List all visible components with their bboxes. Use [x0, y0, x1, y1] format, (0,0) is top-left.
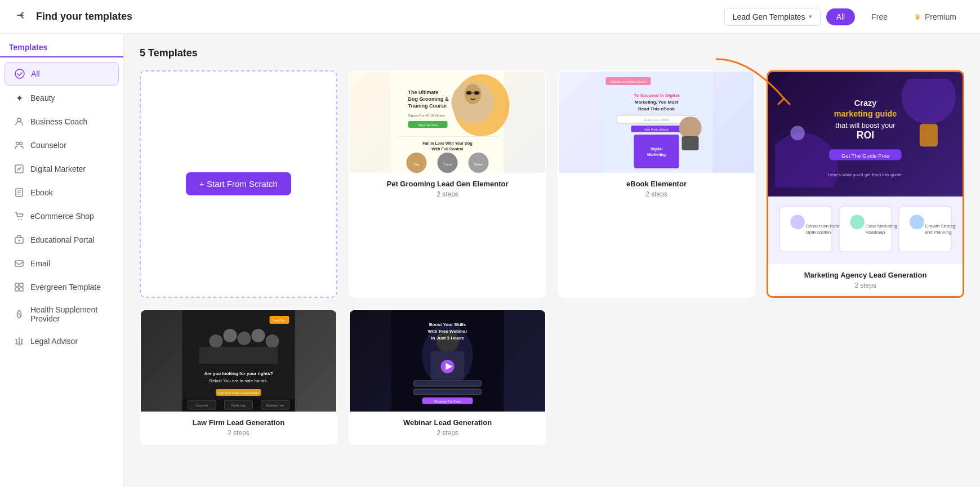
- svg-text:To Succeed In Digital: To Succeed In Digital: [634, 93, 679, 98]
- svg-rect-68: [839, 207, 892, 252]
- svg-text:Clear Marketing: Clear Marketing: [866, 224, 898, 229]
- svg-text:Crazy: Crazy: [854, 99, 876, 108]
- svg-point-70: [790, 215, 805, 229]
- svg-text:Relax! You are in safe hands.: Relax! You are in safe hands.: [209, 378, 268, 383]
- card-info-marketing: Marketing Agency Lead Generation 2 steps: [768, 264, 963, 296]
- svg-text:Digital: Digital: [651, 147, 662, 151]
- sidebar-item-label: Ebook: [30, 188, 53, 197]
- svg-rect-109: [414, 389, 482, 395]
- sidebar-item-digital-marketer[interactable]: Digital Marketer: [5, 158, 119, 180]
- svg-point-84: [266, 334, 279, 348]
- sidebar-item-label: All: [31, 69, 40, 78]
- svg-point-1: [15, 69, 24, 78]
- svg-text:ROI: ROI: [857, 129, 874, 141]
- svg-point-4: [20, 142, 23, 145]
- template-card-pet-grooming[interactable]: The Ultimate Dog Grooming & Training Cou…: [349, 70, 546, 298]
- svg-rect-27: [474, 91, 480, 95]
- start-from-scratch-button[interactable]: + Start From Scratch: [186, 172, 291, 195]
- svg-text:Law Firm: Law Firm: [273, 319, 285, 322]
- marketing-cards-svg: Conversion Rate Optimization Clear Marke…: [775, 202, 956, 256]
- template-preview-webinar: Boost Your Skills With Free Webinar In J…: [350, 310, 545, 412]
- card-steps: 2 steps: [357, 429, 538, 437]
- svg-text:Get Free eBook: Get Free eBook: [644, 128, 669, 131]
- svg-rect-108: [414, 381, 482, 386]
- ebook-icon: [14, 187, 25, 198]
- layout: Templates All ✦ Beauty Business Coach: [0, 34, 980, 487]
- svg-rect-11: [15, 261, 23, 266]
- sidebar-item-label: Business Coach: [30, 117, 87, 126]
- card-info-ebook: eBook Elementor 2 steps: [559, 173, 754, 205]
- svg-point-62: [790, 126, 805, 140]
- sidebar-item-business-coach[interactable]: Business Coach: [5, 110, 119, 133]
- card-steps: 2 steps: [775, 282, 956, 289]
- sidebar-item-label: Evergreen Template: [30, 283, 101, 292]
- svg-rect-13: [20, 283, 23, 287]
- premium-label: Premium: [925, 12, 956, 21]
- marketing-preview-top: Crazy marketing guide that will boost yo…: [768, 72, 963, 196]
- svg-point-8: [21, 219, 22, 220]
- card-title: Law Firm Lead Generation: [148, 418, 329, 427]
- sidebar-item-label: Email: [30, 259, 50, 268]
- svg-point-7: [18, 219, 19, 220]
- sidebar-item-evergreen[interactable]: Evergreen Template: [5, 276, 119, 298]
- svg-rect-63: [920, 124, 938, 146]
- main-content: 5 Templates + Start From Scratch: [124, 34, 980, 487]
- templates-count: 5 Templates: [140, 47, 964, 59]
- sidebar-item-all[interactable]: All: [5, 62, 119, 86]
- template-preview-law-firm: Law Firm Are you looking for your rights…: [141, 310, 336, 412]
- svg-text:Fall In Love With Your Dog: Fall In Love With Your Dog: [422, 141, 472, 146]
- svg-text:Here's what you'll get from th: Here's what you'll get from this guide:: [828, 172, 903, 177]
- svg-rect-15: [20, 288, 23, 291]
- svg-text:Boost Your Skills: Boost Your Skills: [429, 322, 466, 327]
- sidebar-item-beauty[interactable]: ✦ Beauty: [5, 87, 119, 109]
- legal-advisor-icon: [14, 336, 25, 347]
- sidebar-item-counselor[interactable]: Counselor: [5, 134, 119, 157]
- evergreen-icon: [14, 282, 25, 293]
- card-title: Pet Grooming Lead Gen Elementor: [357, 180, 538, 188]
- svg-text:Get Your Free Consultation: Get Your Free Consultation: [218, 391, 259, 395]
- svg-point-10: [19, 240, 20, 242]
- health-supplement-icon: [14, 309, 25, 320]
- svg-rect-67: [779, 207, 832, 252]
- header: Find your templates Lead Gen Templates ▾…: [0, 0, 980, 34]
- template-card-webinar[interactable]: Boost Your Skills With Free Webinar In J…: [349, 309, 546, 445]
- svg-text:Read This eBook: Read This eBook: [638, 106, 675, 111]
- sidebar-item-label: Educational Portal: [30, 235, 95, 244]
- template-card-ebook[interactable]: Digital marketing Ebook To Succeed In Di…: [558, 70, 755, 298]
- sidebar-item-ebook[interactable]: Ebook: [5, 181, 119, 204]
- filter-all-button[interactable]: All: [826, 8, 856, 25]
- card-title: eBook Elementor: [565, 180, 747, 188]
- svg-text:Marketing, You Must: Marketing, You Must: [635, 100, 679, 105]
- back-button[interactable]: [14, 7, 29, 26]
- template-preview-ebook: Digital marketing Ebook To Succeed In Di…: [559, 72, 754, 173]
- svg-point-73: [850, 215, 865, 229]
- sidebar-item-email[interactable]: Email: [5, 252, 119, 275]
- svg-point-2: [17, 118, 21, 122]
- sidebar-item-legal-advisor[interactable]: Legal Advisor: [5, 330, 119, 352]
- marketing-preview-svg: Crazy marketing guide that will boost yo…: [775, 79, 956, 187]
- svg-text:Enter your email: Enter your email: [644, 118, 669, 122]
- filter-free-button[interactable]: Free: [861, 8, 898, 26]
- svg-text:Marketing: Marketing: [647, 153, 666, 157]
- counselor-icon: [14, 140, 25, 151]
- template-card-marketing-agency[interactable]: Crazy marketing guide that will boost yo…: [767, 70, 964, 298]
- sidebar-item-educational-portal[interactable]: Educational Portal: [5, 229, 119, 251]
- sidebar-item-ecommerce[interactable]: eCommerce Shop: [5, 205, 119, 227]
- svg-rect-55: [682, 136, 699, 150]
- svg-point-3: [16, 142, 19, 145]
- svg-text:With Full Control: With Full Control: [431, 147, 463, 151]
- start-from-scratch-card[interactable]: + Start From Scratch: [140, 70, 337, 298]
- svg-point-56: [775, 133, 838, 187]
- svg-text:marketing guide: marketing guide: [834, 109, 897, 118]
- sidebar-item-health-supplement[interactable]: Health Supplement Provider: [5, 300, 119, 329]
- sidebar-item-label: Beauty: [30, 93, 55, 102]
- filter-premium-button[interactable]: ♛ Premium: [904, 8, 966, 25]
- card-info-law-firm: Law Firm Lead Generation 2 steps: [141, 412, 336, 444]
- svg-text:Signup For All 10 Videos: Signup For All 10 Videos: [408, 114, 446, 117]
- template-type-dropdown[interactable]: Lead Gen Templates ▾: [724, 8, 821, 26]
- template-card-law-firm[interactable]: Law Firm Are you looking for your rights…: [140, 309, 337, 445]
- chevron-down-icon: ▾: [809, 13, 812, 20]
- header-right: Lead Gen Templates ▾ All Free ♛ Premium: [724, 8, 966, 26]
- sidebar-section-title: Templates: [0, 43, 123, 57]
- svg-text:Conversion Rate: Conversion Rate: [806, 224, 840, 229]
